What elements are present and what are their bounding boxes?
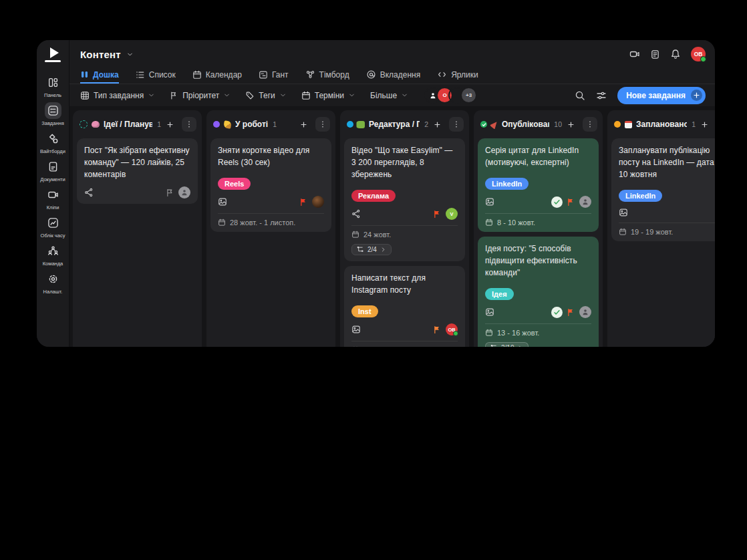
search-icon[interactable] bbox=[575, 90, 585, 101]
sidebar-item-4[interactable]: Документи bbox=[37, 158, 69, 182]
assignee-avatar[interactable] bbox=[579, 306, 591, 318]
column-menu-icon[interactable] bbox=[583, 117, 597, 132]
filter-5[interactable]: Більше bbox=[370, 91, 408, 100]
filter-2[interactable]: Пріоритет bbox=[170, 91, 231, 100]
sidebar-item-5[interactable]: Кліпи bbox=[37, 186, 69, 211]
sidebar-item-3[interactable]: Вайтборди bbox=[37, 130, 69, 154]
status-icon[interactable] bbox=[213, 121, 220, 128]
due-date-row: 3 - 6 листоп. bbox=[351, 341, 458, 347]
avatar-4[interactable]: +3 bbox=[460, 87, 477, 104]
chevron-down-icon[interactable] bbox=[126, 51, 134, 58]
column-name[interactable]: Ідеї / Планування bbox=[104, 120, 152, 129]
share-icon bbox=[351, 209, 361, 219]
filter-1[interactable]: Тип завдання bbox=[80, 91, 155, 100]
task-card[interactable]: Запланувати публікацію посту на LinkedIn… bbox=[611, 138, 715, 241]
tag-pill: LinkedIn bbox=[485, 178, 529, 190]
priority-flag-icon bbox=[166, 188, 174, 197]
status-icon[interactable] bbox=[80, 120, 88, 128]
task-card[interactable]: Відео "Що таке Easylim" — 3 200 перегляд… bbox=[344, 138, 465, 261]
user-avatar[interactable]: OB bbox=[691, 47, 706, 61]
filter-4[interactable]: Терміни bbox=[301, 91, 355, 100]
column-name[interactable]: Редактура / Пере.. bbox=[369, 120, 420, 129]
time-icon bbox=[45, 215, 61, 231]
sidebar-item-2[interactable]: Завдання bbox=[37, 102, 69, 126]
column-menu-icon[interactable] bbox=[449, 117, 464, 132]
due-date: 19 - 19 жовт. bbox=[631, 228, 673, 236]
task-card[interactable]: Пост "Як зібрати ефективну команду" — 12… bbox=[77, 138, 198, 204]
card-meta-row bbox=[485, 306, 591, 318]
sidebar-item-label: Налашт. bbox=[43, 289, 63, 295]
column-name[interactable]: Опубліковано bbox=[502, 120, 549, 129]
tab-3[interactable]: Календар bbox=[192, 65, 242, 84]
sidebar-item-label: Облік часу bbox=[41, 233, 65, 239]
card-meta-right bbox=[166, 186, 190, 198]
filter-3[interactable]: Теги bbox=[245, 91, 286, 100]
sidebar-item-6[interactable]: Облік часу bbox=[37, 215, 69, 239]
calendar-small-icon bbox=[218, 219, 226, 227]
add-task-icon[interactable] bbox=[566, 120, 576, 130]
assignee-avatar[interactable] bbox=[579, 196, 591, 208]
new-task-button[interactable]: Нове завдання bbox=[617, 87, 706, 104]
whiteboards-icon bbox=[45, 130, 61, 147]
tab-label: Тімборд bbox=[319, 70, 349, 80]
column-count: 1 bbox=[692, 120, 696, 128]
page-title[interactable]: Контент bbox=[80, 49, 121, 60]
sidebar: ПанельЗавданняВайтбордиДокументиКліпиОбл… bbox=[37, 40, 69, 347]
tab-7[interactable]: Ярлики bbox=[437, 65, 478, 84]
assignee-avatar[interactable] bbox=[178, 186, 190, 198]
video-icon[interactable] bbox=[629, 49, 640, 59]
status-icon[interactable] bbox=[347, 121, 353, 128]
labels-icon bbox=[437, 69, 447, 80]
subtask-icon bbox=[490, 344, 498, 347]
tab-2[interactable]: Список bbox=[136, 65, 176, 84]
filter-settings-icon[interactable] bbox=[596, 90, 607, 101]
sidebar-item-1[interactable]: Панель bbox=[37, 74, 69, 98]
add-task-icon[interactable] bbox=[299, 120, 309, 130]
tab-5[interactable]: Тімборд bbox=[305, 65, 349, 84]
task-title: Пост "Як зібрати ефективну команду" — 12… bbox=[84, 144, 190, 180]
assignee-avatar[interactable]: V bbox=[446, 208, 458, 220]
calendar-small-icon bbox=[351, 231, 359, 239]
tag-pill: Реклама bbox=[351, 190, 396, 202]
tag-pill: Inst bbox=[351, 305, 378, 317]
task-title: Запланувати публікацію посту на LinkedIn… bbox=[619, 144, 715, 180]
status-icon[interactable] bbox=[614, 121, 621, 128]
done-check-icon bbox=[551, 307, 563, 318]
board-column-2: У роботі1Зняти коротке відео для Reels (… bbox=[206, 110, 335, 347]
assignee-avatar-group[interactable]: O+3 bbox=[424, 87, 477, 104]
task-title: Серія цитат для LinkedIn (мотивуючі, екс… bbox=[485, 144, 591, 168]
assignee-avatar[interactable]: OB bbox=[446, 323, 458, 335]
clips-icon bbox=[45, 186, 61, 203]
bell-icon[interactable] bbox=[670, 49, 681, 59]
tab-1[interactable]: Дошка bbox=[80, 65, 119, 84]
task-card[interactable]: Серія цитат для LinkedIn (мотивуючі, екс… bbox=[478, 138, 599, 232]
tab-4[interactable]: Гант bbox=[259, 65, 289, 84]
view-tabs: ДошкаСписокКалендарГантТімбордВкладенняЯ… bbox=[69, 65, 715, 84]
column-count: 1 bbox=[273, 120, 277, 128]
add-task-icon[interactable] bbox=[165, 120, 175, 130]
add-task-icon[interactable] bbox=[700, 120, 710, 130]
writing-hand-emoji bbox=[223, 120, 232, 129]
subtasks-progress-badge[interactable]: 2/10 bbox=[485, 342, 529, 347]
column-count: 1 bbox=[157, 120, 161, 128]
chevron-down-icon bbox=[348, 92, 355, 99]
grid-icon bbox=[80, 91, 90, 100]
subtasks-progress-badge[interactable]: 2/4 bbox=[351, 244, 392, 255]
filter-row: Тип завданняПріоритетТегиТерміниБільше O… bbox=[69, 84, 715, 106]
column-menu-icon[interactable] bbox=[315, 117, 330, 132]
task-card[interactable]: Ідея посту: "5 способів підвищити ефекти… bbox=[478, 237, 599, 347]
sidebar-item-8[interactable]: Налашт. bbox=[37, 271, 69, 295]
tab-6[interactable]: Вкладення bbox=[366, 65, 421, 84]
status-icon[interactable] bbox=[480, 121, 487, 128]
task-card[interactable]: Зняти коротке відео для Reels (30 сек)Re… bbox=[210, 138, 331, 232]
tab-label: Календар bbox=[206, 70, 242, 80]
column-name[interactable]: Заплановано до п.. bbox=[636, 120, 687, 129]
column-menu-icon[interactable] bbox=[182, 117, 196, 132]
sidebar-item-7[interactable]: Команда bbox=[37, 243, 69, 267]
done-check-icon bbox=[551, 196, 563, 208]
assignee-avatar[interactable] bbox=[312, 196, 324, 208]
add-task-icon[interactable] bbox=[432, 120, 442, 130]
task-card[interactable]: Написати текст для Instagram постуInstOB… bbox=[344, 266, 465, 347]
notes-icon[interactable] bbox=[650, 49, 660, 59]
column-name[interactable]: У роботі bbox=[235, 120, 268, 129]
